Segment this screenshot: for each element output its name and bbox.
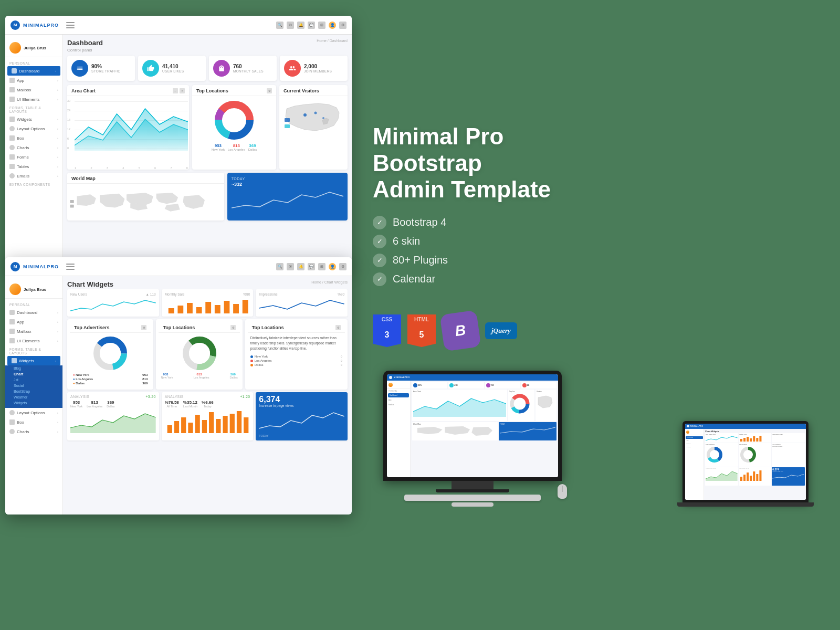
submenu-social[interactable]: Social [14,383,60,388]
submenu-chart[interactable]: Chart [14,371,60,377]
page-subtitle: Control panel [67,48,103,52]
sidebar-item-layout[interactable]: Layout Options › [5,124,62,133]
sidebar-section-extra: EXTRA COMPONENTS [5,181,62,187]
area-chart-title: Area Chart [71,88,96,93]
sidebar-item-app-bottom[interactable]: App › [5,317,62,327]
analysis-today: %6.66 [202,400,214,405]
hamburger-icon[interactable] [66,22,75,28]
sidebar-item-ui-bottom[interactable]: UI Elements › [5,336,62,345]
analysis-dal-1: 369 [107,400,114,405]
svg-rect-15 [187,303,193,313]
monthly-sale-value: %80 [243,292,250,296]
y-label: 30 [67,99,70,102]
svg-point-25 [100,343,121,364]
chat-icon-bottom[interactable]: 💬 [308,263,315,270]
sidebar-item-charts[interactable]: Charts › [5,143,62,152]
stat-card-members: 2,000 JOIN MEMBERS [280,56,348,81]
page-title: Dashboard [67,39,103,47]
legend-la-value: 813 [233,143,240,148]
x-label: 3 [107,166,108,170]
today-label-bottom: TODAY [259,434,344,437]
search-icon[interactable]: 🔍 [276,22,284,29]
top-loc-body-2: 953 813 369 New YorkLos AngelesDallas [159,333,239,381]
sidebar-item-forms[interactable]: Forms › [5,152,62,162]
analysis-row-1: 953 New York 813 Los Angeles 369 Dallas [70,400,156,408]
impressions-value: %80 [338,292,344,296]
svg-rect-11 [70,200,74,203]
legend-newyork: 953 New York [212,143,225,151]
apps-icon-bottom[interactable]: ⊞ [318,263,326,270]
submenu-weather[interactable]: Weather [14,394,60,400]
submenu-jst[interactable]: Jst [14,377,60,383]
new-users-label: New Users [70,292,87,296]
world-map-svg [69,186,222,220]
analysis-chart-2 [165,410,250,433]
cw-mini-row: New Users ▲ 113 Monthly Sale [67,289,348,317]
user-avatar-top[interactable]: 👤 [329,22,336,29]
analysis-label-1: ANALYSIS [70,395,89,398]
svg-rect-63 [747,472,749,481]
chat-icon[interactable]: 💬 [308,22,315,29]
sidebar-item-dashboard[interactable]: Dashboard › [7,66,60,76]
submenu-blog[interactable]: Blog [14,365,60,371]
sidebar-item-ui[interactable]: UI Elements › [5,94,62,104]
sidebar-section-personal: PERSONAL [5,59,62,66]
feature-text-2: 6 skin [393,235,420,247]
area-chart-card: Area Chart − × [67,85,189,170]
brand-icon-bottom: M [10,262,20,271]
sidebar-item-app[interactable]: App › [5,76,62,85]
analysis-card-1: ANALYSIS +3.20 953 New York 813 Los Ange… [67,392,159,440]
analysis-ny-1: 953 [70,400,82,405]
donut-settings-icon[interactable]: ⚙ [267,88,272,93]
settings-icon-bottom[interactable]: ⚙ [339,263,346,270]
sales-value: 760 [233,64,272,69]
hamburger-icon-bottom[interactable] [66,264,75,270]
submenu-widgets[interactable]: Widgets [14,400,60,406]
new-users-chart [70,298,156,313]
top-advertisers-header: Top Advertisers ⚙ [70,322,151,333]
feature-calendar: ✓ Calendar [373,272,814,286]
sidebar-item-emails[interactable]: Emails › [5,171,62,181]
svg-point-8 [322,117,324,119]
donut-chart-body: 953 New York 813 Los Angeles 369 Dallas [192,96,276,154]
sidebar-item-widgets[interactable]: Widgets › [5,114,62,124]
minimize-icon[interactable]: − [173,88,178,93]
stat-card-likes: 41,410 USER LIKES [138,56,206,81]
bell-icon[interactable]: 🔔 [297,22,304,29]
sidebar-item-mailbox-bottom[interactable]: Mailbox › [5,327,62,336]
sidebar-item-box-bottom[interactable]: Box › [5,417,62,427]
mail-icon[interactable]: ✉ [287,22,294,29]
monthly-sale-chart [165,298,250,313]
user-avatar-bottom[interactable]: 👤 [329,263,336,270]
sidebar-item-layout-bottom[interactable]: Layout Options › [5,408,62,417]
sidebar-item-dashboard-bottom[interactable]: Dashboard › [5,308,62,317]
bell-icon-bottom[interactable]: 🔔 [297,263,304,270]
svg-rect-47 [740,439,742,442]
feature-plugins: ✓ 80+ Plugins [373,254,814,267]
svg-rect-51 [753,436,755,442]
visitors-header: Current Visitors [279,85,348,96]
analysis-card-2: ANALYSIS +1.20 %76.58 All Time %35.12 La… [162,392,254,440]
charts-row: Area Chart − × [67,85,348,170]
close-chart-icon[interactable]: × [180,88,185,93]
search-icon-bottom[interactable]: 🔍 [276,263,284,270]
sidebar-item-mailbox[interactable]: Mailbox › [5,85,62,94]
apps-icon[interactable]: ⊞ [318,22,326,29]
top-loc-icon-2[interactable]: ⚙ [230,325,236,330]
submenu-bootstrap[interactable]: BootStrap [14,388,60,394]
settings-icon[interactable]: ⚙ [339,22,346,29]
sidebar-item-widgets-bottom[interactable]: Widgets › [7,356,60,365]
html5-badge: HTML 5 [407,314,436,347]
stat-card-traffic: 90% STORE TRAFFIC [67,56,135,81]
top-advertisers-card: Top Advertisers ⚙ [67,319,153,390]
brand-name-bottom: MINIMALPRO [23,264,59,269]
sidebar-item-charts-bottom[interactable]: Charts › [5,427,62,436]
sales-label: MONTHLY SALES [233,69,272,73]
feature-6skin: ✓ 6 skin [373,235,814,248]
top-adv-icon[interactable]: ⚙ [141,325,146,330]
mail-icon-bottom[interactable]: ✉ [287,263,294,270]
sidebar-item-tables[interactable]: Tables › [5,162,62,171]
top-loc-text-icon[interactable]: ⚙ [335,325,341,330]
cw-bottom-row: ANALYSIS +3.20 953 New York 813 Los Ange… [67,392,348,440]
sidebar-item-box[interactable]: Box › [5,133,62,143]
